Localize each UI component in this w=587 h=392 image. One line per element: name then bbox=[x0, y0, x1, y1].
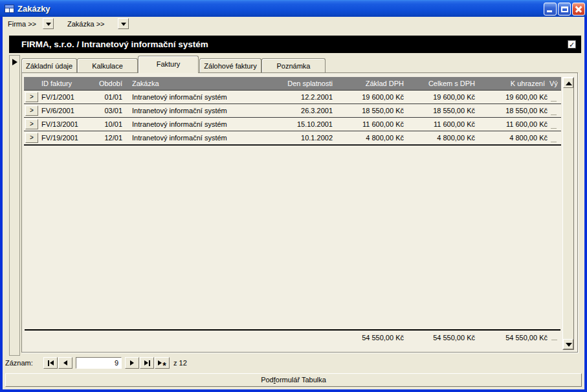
zakazka-button[interactable]: Zakázka >> bbox=[67, 19, 104, 29]
status-bar: Podformulář Tabulka bbox=[5, 373, 582, 387]
form-header-title: FIRMA, s.r.o. / Intranetový informační s… bbox=[21, 36, 208, 53]
current-record-input[interactable] bbox=[76, 357, 122, 369]
cell-obdobi[interactable]: 03/01 bbox=[89, 104, 122, 117]
tab-zalohove-faktury[interactable]: Zálohové faktury bbox=[199, 58, 261, 72]
grid-bottom-line bbox=[24, 145, 561, 146]
record-count-label: z 12 bbox=[173, 359, 187, 367]
expand-row-button[interactable]: > bbox=[25, 92, 38, 102]
expand-row-button[interactable]: > bbox=[25, 133, 38, 143]
tab-faktury[interactable]: Faktury bbox=[138, 56, 199, 73]
expand-row-button[interactable]: > bbox=[25, 119, 38, 129]
scroll-down-button[interactable] bbox=[563, 339, 573, 349]
new-record-button[interactable]: * bbox=[155, 357, 170, 369]
cell-obdobi[interactable]: 12/01 bbox=[89, 131, 122, 144]
triangle-left-icon bbox=[63, 360, 67, 365]
triangle-up-icon bbox=[566, 82, 572, 85]
record-selector-strip[interactable] bbox=[9, 55, 20, 356]
cell-obdobi[interactable]: 01/01 bbox=[89, 91, 122, 103]
form-icon bbox=[5, 5, 14, 13]
bar-icon bbox=[48, 360, 49, 366]
column-header-vy[interactable]: Vý bbox=[549, 77, 561, 90]
scroll-up-button[interactable] bbox=[563, 78, 573, 88]
zakazky-window: Zakázky Firma >> Zakázka >> FIRMA, s.r.o… bbox=[0, 0, 587, 392]
vertical-scrollbar[interactable] bbox=[562, 77, 574, 350]
cell-k-uhrazeni[interactable]: 4 800,00 Kč bbox=[482, 131, 548, 144]
window-title: Zakázky bbox=[17, 4, 50, 14]
status-text: Podformulář Tabulka bbox=[261, 376, 326, 384]
column-header-celkem-s-dph[interactable]: Celkem s DPH bbox=[409, 77, 475, 90]
close-button[interactable] bbox=[572, 3, 585, 16]
tab-poznamka[interactable]: Poznámka bbox=[261, 58, 326, 72]
cell-zaklad-dph[interactable]: 19 600,00 Kč bbox=[338, 91, 404, 103]
cell-zaklad-dph[interactable]: 18 550,00 Kč bbox=[338, 104, 404, 117]
triangle-right-icon bbox=[130, 360, 134, 365]
cell-k-uhrazeni[interactable]: 11 600,00 Kč bbox=[482, 118, 548, 131]
triangle-down-icon bbox=[566, 343, 572, 347]
column-header-obdobi[interactable]: Období bbox=[89, 77, 122, 90]
header-checkbox[interactable]: ✓ bbox=[568, 40, 576, 49]
cell-celkem-s-dph[interactable]: 19 600,00 Kč bbox=[409, 91, 475, 103]
table-row[interactable]: > FV/19/2001 12/01 Intranetový informačn… bbox=[24, 131, 561, 145]
firma-button[interactable]: Firma >> bbox=[8, 19, 36, 29]
cell-den-splatnosti[interactable]: 26.3.2001 bbox=[273, 104, 333, 117]
truncated-field-stub bbox=[551, 340, 557, 340]
chevron-down-icon bbox=[46, 23, 51, 26]
cell-celkem-s-dph[interactable]: 18 550,00 Kč bbox=[409, 104, 475, 117]
truncated-field-stub bbox=[551, 101, 557, 102]
column-header-den-splatnosti[interactable]: Den splatnosti bbox=[273, 77, 333, 90]
table-row[interactable]: > FV/1/2001 01/01 Intranetový informační… bbox=[24, 91, 561, 104]
minimize-button[interactable] bbox=[544, 3, 557, 16]
column-header-k-uhrazeni[interactable]: K uhrazení bbox=[479, 77, 545, 90]
tab-zakladni-udaje[interactable]: Základní údaje bbox=[21, 58, 77, 72]
maximize-button[interactable] bbox=[558, 3, 571, 16]
record-navigation: Záznam: * z 12 bbox=[3, 356, 584, 371]
chevron-down-icon bbox=[121, 23, 126, 26]
form-client-area: Firma >> Zakázka >> FIRMA, s.r.o. / Intr… bbox=[3, 17, 584, 389]
triangle-right-icon bbox=[144, 360, 148, 365]
tab-kalkulace[interactable]: Kalkulace bbox=[77, 58, 138, 72]
triangle-left-icon bbox=[50, 360, 54, 365]
cell-den-splatnosti[interactable]: 12.2.2001 bbox=[273, 91, 333, 103]
bar-icon bbox=[149, 360, 150, 366]
truncated-field-stub bbox=[551, 128, 557, 129]
minimize-icon bbox=[547, 10, 552, 12]
cell-k-uhrazeni[interactable]: 19 600,00 Kč bbox=[482, 91, 548, 103]
cell-obdobi[interactable]: 10/01 bbox=[89, 118, 122, 131]
cell-zaklad-dph[interactable]: 4 800,00 Kč bbox=[338, 131, 404, 144]
table-row[interactable]: > FV/13/2001 10/01 Intranetový informačn… bbox=[24, 118, 561, 131]
truncated-field-stub bbox=[551, 142, 557, 142]
totals-separator-line bbox=[25, 329, 560, 331]
cell-zakazka[interactable]: Intranetový informační systém bbox=[132, 104, 278, 117]
total-k-uhrazeni: 54 550,00 Kč bbox=[450, 332, 548, 343]
next-record-button[interactable] bbox=[125, 357, 139, 369]
cell-den-splatnosti[interactable]: 10.1.2002 bbox=[273, 131, 333, 144]
current-record-arrow-icon bbox=[12, 59, 17, 65]
form-header-bar: FIRMA, s.r.o. / Intranetový informační s… bbox=[9, 36, 581, 53]
zakazka-dropdown-button[interactable] bbox=[118, 18, 129, 29]
maximize-icon bbox=[561, 6, 568, 12]
triangle-right-icon bbox=[158, 360, 162, 365]
toolbar: Firma >> Zakázka >> bbox=[3, 17, 584, 31]
column-header-zaklad-dph[interactable]: Základ DPH bbox=[338, 77, 404, 90]
table-row[interactable]: > FV/6/2001 03/01 Intranetový informační… bbox=[24, 104, 561, 118]
firma-dropdown-button[interactable] bbox=[43, 18, 54, 29]
column-header-zakazka[interactable]: Zakázka bbox=[132, 77, 278, 90]
cell-den-splatnosti[interactable]: 15.10.2001 bbox=[273, 118, 333, 131]
last-record-button[interactable] bbox=[140, 357, 154, 369]
cell-k-uhrazeni[interactable]: 18 550,00 Kč bbox=[482, 104, 548, 117]
first-record-button[interactable] bbox=[43, 357, 58, 369]
title-bar[interactable]: Zakázky bbox=[0, 0, 587, 17]
cell-celkem-s-dph[interactable]: 11 600,00 Kč bbox=[409, 118, 475, 131]
grid-header-row: ID faktury Období Zakázka Den splatnosti… bbox=[24, 77, 561, 91]
asterisk-icon: * bbox=[162, 364, 166, 367]
expand-row-button[interactable]: > bbox=[25, 105, 38, 116]
invoice-grid: ID faktury Období Zakázka Den splatnosti… bbox=[24, 77, 561, 146]
cell-zakazka[interactable]: Intranetový informační systém bbox=[132, 131, 278, 144]
previous-record-button[interactable] bbox=[58, 357, 72, 369]
truncated-field-stub bbox=[551, 114, 557, 115]
invoices-subform: ID faktury Období Zakázka Den splatnosti… bbox=[21, 72, 578, 353]
cell-zaklad-dph[interactable]: 11 600,00 Kč bbox=[338, 118, 404, 131]
cell-zakazka[interactable]: Intranetový informační systém bbox=[132, 91, 278, 103]
cell-celkem-s-dph[interactable]: 4 800,00 Kč bbox=[409, 131, 475, 144]
cell-zakazka[interactable]: Intranetový informační systém bbox=[132, 118, 278, 131]
